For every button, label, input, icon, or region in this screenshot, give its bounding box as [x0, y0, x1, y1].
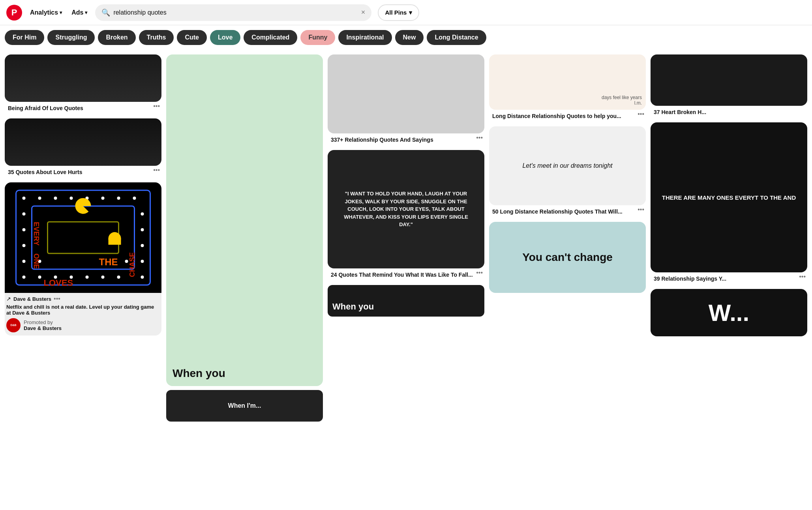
column-2: When you When I'm...: [166, 54, 323, 422]
column-1: Being Afraid Of Love Quotes ••• 35 Quote…: [5, 54, 161, 422]
heart-broken-meta: 37 Heart Broken H...: [651, 106, 807, 118]
promoted-by-label: Promoted by: [24, 319, 62, 325]
promoted-logo-text: D&B: [10, 324, 16, 327]
meet-dreams-title: 50 Long Distance Relationship Quotes Tha…: [491, 206, 624, 216]
when-you-image: When you: [166, 54, 323, 386]
when-you-partial-card: When you: [328, 285, 484, 317]
filter-inspirational[interactable]: Inspirational: [338, 30, 392, 45]
search-icon: 🔍: [101, 8, 110, 17]
far-quote-card: THERE ARE MANY ONES EVERYT TO THE AND 39…: [651, 122, 807, 285]
svg-point-12: [23, 228, 26, 231]
main-content: Being Afraid Of Love Quotes ••• 35 Quote…: [0, 50, 812, 426]
svg-point-4: [38, 197, 41, 200]
svg-point-28: [125, 260, 128, 263]
relationship-image: [328, 54, 484, 133]
filter-broken[interactable]: Broken: [98, 30, 135, 45]
far-quote-image: THERE ARE MANY ONES EVERYT TO THE AND: [651, 122, 807, 272]
promoted-brand-name: Dave & Busters: [24, 325, 62, 331]
lm-sig-text: l.m.: [602, 100, 642, 106]
svg-point-5: [54, 197, 57, 200]
analytics-label: Analytics: [30, 9, 58, 16]
svg-point-24: [86, 276, 89, 279]
promoted-avatar: D&B: [6, 318, 21, 332]
ads-label: Ads: [71, 9, 83, 16]
ad-brand-name: Dave & Busters: [13, 296, 51, 302]
svg-point-9: [117, 197, 120, 200]
being-afraid-more-icon[interactable]: •••: [153, 103, 160, 110]
bottom-dark-card: When I'm...: [166, 390, 323, 422]
column-5: 37 Heart Broken H... THERE ARE MANY ONES…: [651, 54, 807, 422]
w-partial-card: W...: [651, 289, 807, 336]
long-dist-1-card: days feel like years l.m. Long Distance …: [489, 54, 646, 122]
svg-text:THE: THE: [99, 257, 118, 267]
filter-love[interactable]: Love: [210, 30, 240, 45]
hold-hand-image: "I WANT TO HOLD YOUR HAND, LAUGH AT YOUR…: [328, 150, 484, 268]
love-hurts-image: [5, 118, 161, 166]
filter-funny[interactable]: Funny: [300, 30, 335, 45]
search-clear-icon[interactable]: ×: [361, 8, 366, 17]
svg-point-21: [38, 276, 41, 279]
love-hurts-meta: 35 Quotes About Love Hurts •••: [5, 166, 161, 178]
all-pins-chevron-icon: ▾: [409, 9, 412, 16]
heart-broken-card: 37 Heart Broken H...: [651, 54, 807, 118]
long-dist-1-more-icon[interactable]: •••: [638, 111, 644, 118]
all-pins-label: All Pins: [385, 9, 407, 16]
logo-char: P: [11, 8, 17, 18]
relationship-sayings-card: 337+ Relationship Quotes And Sayings •••: [328, 54, 484, 146]
filter-new[interactable]: New: [395, 30, 424, 45]
long-dist-1-image: days feel like years l.m.: [489, 54, 646, 110]
ad-arrow-icon: ↗: [6, 296, 11, 302]
svg-point-18: [141, 244, 144, 247]
app-header: P Analytics ▾ Ads ▾ 🔍 × All Pins ▾: [0, 0, 812, 25]
hold-hand-meta: 24 Quotes That Remind You What It Was Li…: [328, 268, 484, 281]
column-3: 337+ Relationship Quotes And Sayings •••…: [328, 54, 484, 422]
svg-text:CHASE: CHASE: [128, 252, 136, 277]
being-afraid-title: Being Afraid Of Love Quotes: [6, 103, 85, 112]
pacman-game-image: EVERY ONE LOVES THE CHASE: [5, 182, 161, 293]
analytics-chevron-icon: ▾: [60, 10, 62, 15]
filter-struggling[interactable]: Struggling: [47, 30, 95, 45]
svg-text:ONE: ONE: [32, 253, 40, 269]
when-you-partial-text: When you: [332, 302, 374, 312]
relationship-more-icon[interactable]: •••: [476, 134, 483, 141]
being-afraid-image: [5, 54, 161, 102]
relationship-title: 337+ Relationship Quotes And Sayings: [329, 134, 435, 144]
search-input[interactable]: [113, 9, 358, 16]
filter-cute[interactable]: Cute: [177, 30, 207, 45]
svg-point-19: [141, 260, 144, 263]
ads-nav[interactable]: Ads ▾: [70, 6, 89, 19]
meet-dreams-image: Let's meet in our dreams tonight: [489, 126, 646, 205]
meet-dreams-quote: Let's meet in our dreams tonight: [522, 161, 612, 171]
heart-broken-image: [651, 54, 807, 106]
svg-rect-2: [48, 222, 119, 253]
filter-complicated[interactable]: Complicated: [244, 30, 297, 45]
days-text: days feel like years: [602, 95, 642, 100]
filter-long-distance[interactable]: Long Distance: [427, 30, 486, 45]
filter-for-him[interactable]: For Him: [5, 30, 44, 45]
svg-point-6: [70, 197, 73, 200]
svg-point-25: [101, 276, 105, 279]
being-afraid-meta: Being Afraid Of Love Quotes •••: [5, 102, 161, 114]
love-hurts-title: 35 Quotes About Love Hurts: [6, 167, 84, 176]
filter-truths[interactable]: Truths: [139, 30, 174, 45]
all-pins-button[interactable]: All Pins ▾: [378, 4, 419, 21]
ad-brand-row: ↗ Dave & Busters •••: [5, 293, 161, 303]
search-bar: 🔍 ×: [95, 4, 371, 21]
meet-dreams-meta: 50 Long Distance Relationship Quotes Tha…: [489, 205, 646, 218]
love-hurts-more-icon[interactable]: •••: [153, 167, 160, 174]
svg-point-8: [101, 197, 105, 200]
svg-point-15: [23, 276, 26, 279]
column-4: days feel like years l.m. Long Distance …: [489, 54, 646, 422]
long-dist-1-title: Long Distance Relationship Quotes to hel…: [491, 111, 623, 120]
bottom-dark-text: When I'm...: [228, 402, 261, 409]
analytics-nav[interactable]: Analytics ▾: [28, 6, 64, 19]
far-quote-more-icon[interactable]: •••: [799, 273, 806, 280]
you-cant-card: You can't change: [489, 222, 646, 293]
svg-point-20: [141, 276, 144, 279]
svg-point-16: [141, 212, 144, 216]
pinterest-logo[interactable]: P: [6, 5, 22, 21]
meet-dreams-more-icon[interactable]: •••: [638, 206, 644, 213]
far-quote-text: THERE ARE MANY ONES EVERYT TO THE AND: [662, 193, 796, 202]
ad-more-icon[interactable]: •••: [54, 295, 60, 302]
hold-hand-more-icon[interactable]: •••: [476, 269, 483, 276]
